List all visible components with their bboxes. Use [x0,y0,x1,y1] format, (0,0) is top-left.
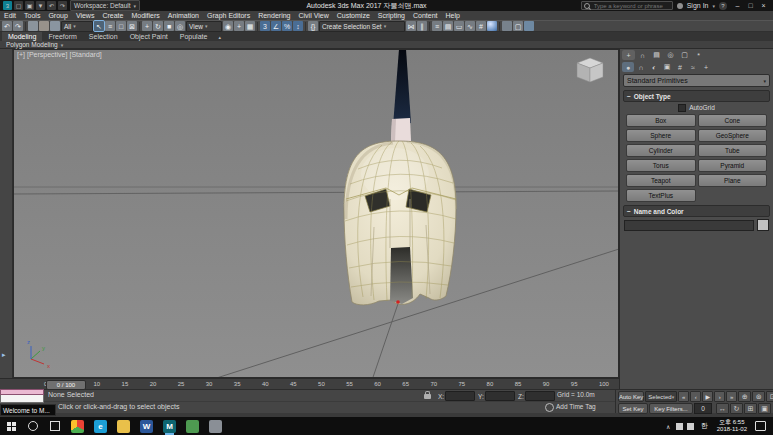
previous-frame-button[interactable]: ‹ [690,391,701,402]
polygon-modeling-panel[interactable]: Polygon Modeling [6,41,58,48]
minimize-button[interactable]: – [731,1,744,11]
select-object-icon[interactable]: ↖ [94,21,104,31]
angle-snap-toggle-icon[interactable]: ∠ [271,21,281,31]
window-crossing-icon[interactable]: ⊠ [127,21,137,31]
app-icon-7[interactable] [209,420,222,433]
tab-freeform[interactable]: Freeform [42,32,82,41]
object-button-plane[interactable]: Plane [698,174,768,187]
menu-item-edit[interactable]: Edit [0,11,20,20]
listener-line[interactable] [0,395,44,403]
chevron-down-icon[interactable]: ▾ [712,3,715,9]
toggle-scene-explorer-icon[interactable]: ≡ [432,21,442,31]
toggle-layer-explorer-icon[interactable]: ▤ [443,21,453,31]
max-logo-icon[interactable]: 3 [3,1,12,10]
select-and-rotate-icon[interactable]: ↻ [153,21,163,31]
reference-coordinate-dropdown[interactable]: View ▾ [186,21,222,32]
rendered-frame-window-icon[interactable]: ▢ [513,21,523,31]
menu-item-help[interactable]: Help [442,11,464,20]
menu-item-customize[interactable]: Customize [333,11,374,20]
curve-editor-icon[interactable]: ∿ [465,21,475,31]
render-setup-icon[interactable] [502,21,512,31]
align-icon[interactable]: ∥ [417,21,427,31]
tab-display[interactable]: ▢ [678,50,691,60]
object-button-textplus[interactable]: TextPlus [626,189,696,202]
maxscript-mini-listener[interactable] [0,389,44,404]
category-geometry-icon[interactable]: ● [622,62,634,72]
mirror-icon[interactable]: ⋈ [406,21,416,31]
object-button-teapot[interactable]: Teapot [626,174,696,187]
workspace-dropdown[interactable]: Workspace: Default ▾ [70,0,140,11]
tab-modify[interactable]: ∩ [636,50,649,60]
menu-item-group[interactable]: Group [44,11,71,20]
zoom-all-icon[interactable]: ⊛ [752,391,765,402]
category-shapes-icon[interactable]: ∩ [635,62,647,72]
perspective-viewport[interactable]: x y z [13,49,619,378]
auto-key-button[interactable]: Auto Key [618,391,644,402]
undo-icon[interactable]: ↶ [47,1,56,10]
object-button-sphere[interactable]: Sphere [626,129,696,142]
search-input[interactable] [592,2,670,10]
named-selection-sets-dropdown[interactable]: Create Selection Set ▾ [319,21,405,32]
rectangular-selection-region-icon[interactable]: □ [116,21,126,31]
object-button-box[interactable]: Box [626,114,696,127]
menu-item-create[interactable]: Create [98,11,127,20]
select-and-scale-icon[interactable]: ■ [164,21,174,31]
taskbar-clock[interactable]: 오후 6:55 2018-11-02 [715,419,749,433]
tab-object-paint[interactable]: Object Paint [124,32,174,41]
snaps-toggle-3d-icon[interactable]: 3 [260,21,270,31]
tab-utilities[interactable]: * [692,50,705,60]
viewport-background[interactable] [13,49,619,378]
view-cube[interactable] [577,58,603,82]
3ds-max-icon[interactable]: M [163,420,176,433]
zoom-extents-all-icon[interactable]: ⊡ [766,391,773,402]
material-editor-icon[interactable] [487,21,497,31]
selection-filter-dropdown[interactable]: All ▾ [61,21,93,32]
go-to-end-button[interactable]: » [726,391,737,402]
menu-item-graph-editors[interactable]: Graph Editors [203,11,254,20]
layout-tabs-arrow-icon[interactable]: ▸ [2,351,6,359]
category-cameras-icon[interactable]: ▣ [661,62,673,72]
welcome-window[interactable]: Welcome to M... [0,404,56,416]
help-search-box[interactable] [581,1,673,10]
edge-icon[interactable]: e [94,420,107,433]
viewport-general-menu[interactable]: [+] [17,51,25,58]
cortana-search-button[interactable] [22,417,44,435]
sign-in-button[interactable]: Sign In [687,2,709,9]
object-type-rollout[interactable]: − Object Type [623,90,770,102]
percent-snap-toggle-icon[interactable]: % [282,21,292,31]
object-button-geosphere[interactable]: GeoSphere [698,129,768,142]
undo-icon[interactable]: ↶ [2,21,12,31]
app-icon-6[interactable] [186,420,199,433]
tab-modeling[interactable]: Modeling [2,32,42,41]
track-bar[interactable]: 0510152025303540455055606570758085909510… [0,378,619,389]
menu-item-animation[interactable]: Animation [164,11,203,20]
close-button[interactable]: × [757,1,770,11]
object-button-cylinder[interactable]: Cylinder [626,144,696,157]
tray-expand-icon[interactable]: ∧ [665,423,672,430]
select-and-manipulate-icon[interactable]: + [234,21,244,31]
current-frame-field[interactable]: 0 [694,403,712,414]
category-helpers-icon[interactable]: # [674,62,686,72]
selection-lock-icon[interactable] [424,394,431,399]
primitives-dropdown[interactable]: Standard Primitives ▾ [623,74,770,87]
network-icon[interactable] [676,423,683,430]
select-and-place-icon[interactable]: ◎ [175,21,185,31]
unlink-selection-icon[interactable] [39,21,49,31]
word-icon[interactable]: W [140,420,153,433]
key-filters-button[interactable]: Key Filters... [649,403,693,414]
tab-create[interactable]: + [622,50,635,60]
file-explorer-icon[interactable] [117,420,130,433]
object-button-torus[interactable]: Torus [626,159,696,172]
name-and-color-rollout[interactable]: − Name and Color [623,205,770,217]
action-center-icon[interactable] [755,421,766,431]
help-icon[interactable]: ? [719,2,727,10]
menu-item-content[interactable]: Content [409,11,442,20]
new-scene-icon[interactable]: ▢ [14,1,23,10]
tab-hierarchy[interactable]: ▤ [650,50,663,60]
orbit-icon[interactable]: ↻ [730,403,743,414]
task-view-button[interactable] [44,417,66,435]
menu-item-modifiers[interactable]: Modifiers [127,11,163,20]
object-button-pyramid[interactable]: Pyramid [698,159,768,172]
spinner-snap-toggle-icon[interactable]: ↕ [293,21,303,31]
volume-icon[interactable] [687,423,694,430]
